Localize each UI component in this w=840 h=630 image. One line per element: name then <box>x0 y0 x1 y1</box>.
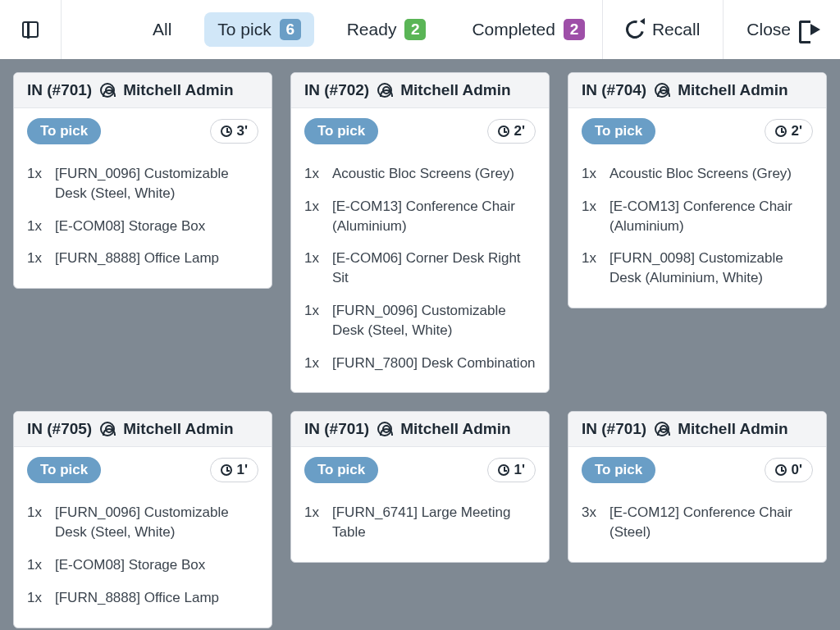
order-card[interactable]: IN (#701)Mitchell AdminTo pick1'1x[FURN_… <box>290 411 550 563</box>
line-text: [FURN_0098] Customizable Desk (Aluminium… <box>609 249 813 288</box>
order-line: 1x[FURN_0096] Customizable Desk (Steel, … <box>27 158 258 210</box>
tab-to-pick[interactable]: To pick6 <box>204 12 313 47</box>
timer-badge: 3' <box>210 119 259 144</box>
card-header: IN (#704)Mitchell Admin <box>568 73 826 108</box>
panel-icon <box>22 21 39 38</box>
tab-label: All <box>153 20 171 39</box>
tab-count-badge: 2 <box>564 19 585 40</box>
user-icon <box>377 422 392 436</box>
tab-ready[interactable]: Ready2 <box>334 12 440 47</box>
order-lines: 3x[E-COM12] Conference Chair (Steel) <box>568 493 826 562</box>
line-qty: 1x <box>304 301 326 340</box>
timer-badge: 1' <box>487 458 536 482</box>
order-card[interactable]: IN (#705)Mitchell AdminTo pick1'1x[FURN_… <box>13 411 272 628</box>
card-status-row: To pick2' <box>291 108 549 154</box>
order-card[interactable]: IN (#701)Mitchell AdminTo pick3'1x[FURN_… <box>13 72 272 289</box>
order-line: 1x[E-COM08] Storage Box <box>27 210 258 243</box>
timer-value: 0' <box>792 462 803 478</box>
user-name: Mitchell Admin <box>123 81 233 99</box>
user-name: Mitchell Admin <box>400 420 510 438</box>
clock-icon <box>498 464 509 476</box>
order-ref: IN (#704) <box>582 81 646 99</box>
timer-value: 1' <box>514 462 526 478</box>
line-text: [FURN_0096] Customizable Desk (Steel, Wh… <box>55 164 258 203</box>
line-qty: 1x <box>304 249 326 288</box>
order-line: 1x[FURN_0098] Customizable Desk (Alumini… <box>582 242 813 294</box>
order-line: 1x[FURN_8888] Office Lamp <box>27 242 258 275</box>
order-line: 1x[E-COM13] Conference Chair (Aluminium) <box>304 190 536 243</box>
line-text: [FURN_0096] Customizable Desk (Steel, Wh… <box>332 301 536 340</box>
clock-icon <box>775 126 787 137</box>
recall-icon <box>626 21 644 39</box>
line-qty: 1x <box>304 164 326 184</box>
user-name: Mitchell Admin <box>400 81 510 99</box>
line-text: [FURN_0096] Customizable Desk (Steel, Wh… <box>55 503 258 542</box>
order-line: 1xAcoustic Bloc Screens (Grey) <box>582 158 813 190</box>
order-line: 1x[FURN_0096] Customizable Desk (Steel, … <box>304 294 536 347</box>
timer-value: 3' <box>237 123 249 139</box>
card-header: IN (#701)Mitchell Admin <box>291 412 549 447</box>
order-ref: IN (#701) <box>582 420 646 438</box>
clock-icon <box>775 464 787 476</box>
line-text: Acoustic Bloc Screens (Grey) <box>609 164 792 184</box>
recall-label: Recall <box>652 20 700 39</box>
line-text: [E-COM12] Conference Chair (Steel) <box>609 503 813 542</box>
line-text: [E-COM13] Conference Chair (Aluminium) <box>332 197 536 236</box>
clock-icon <box>221 464 232 476</box>
line-qty: 1x <box>304 354 326 373</box>
card-status-row: To pick3' <box>14 108 272 154</box>
order-line: 3x[E-COM12] Conference Chair (Steel) <box>582 496 813 549</box>
line-qty: 1x <box>304 197 326 236</box>
status-pill: To pick <box>27 118 101 144</box>
line-qty: 1x <box>27 555 48 575</box>
line-text: [E-COM08] Storage Box <box>55 217 205 236</box>
card-header: IN (#701)Mitchell Admin <box>568 412 826 447</box>
close-button[interactable]: Close <box>723 0 840 59</box>
order-card[interactable]: IN (#704)Mitchell AdminTo pick2'1xAcoust… <box>568 72 827 308</box>
toolbar: AllTo pick6Ready2Completed2 Recall Close <box>0 0 840 59</box>
line-qty: 1x <box>27 249 48 268</box>
user-icon <box>100 83 115 98</box>
order-lines: 1x[FURN_0096] Customizable Desk (Steel, … <box>14 154 272 288</box>
timer-value: 1' <box>237 462 249 478</box>
order-ref: IN (#701) <box>304 420 369 438</box>
order-card[interactable]: IN (#701)Mitchell AdminTo pick0'3x[E-COM… <box>568 411 827 563</box>
tab-label: To pick <box>217 20 271 39</box>
tab-count-badge: 6 <box>280 19 301 40</box>
line-text: [FURN_8888] Office Lamp <box>55 588 219 608</box>
toolbar-right: Recall Close <box>602 0 840 59</box>
line-qty: 1x <box>27 588 48 608</box>
recall-button[interactable]: Recall <box>602 0 723 59</box>
card-status-row: To pick1' <box>14 447 272 493</box>
tab-label: Ready <box>347 20 397 39</box>
timer-badge: 0' <box>765 458 814 482</box>
line-qty: 1x <box>304 503 326 542</box>
card-header: IN (#705)Mitchell Admin <box>14 412 272 447</box>
status-pill: To pick <box>27 457 101 483</box>
tab-count-badge: 2 <box>404 19 426 40</box>
order-lines: 1x[FURN_0096] Customizable Desk (Steel, … <box>14 493 272 627</box>
card-status-row: To pick1' <box>291 447 549 493</box>
line-qty: 1x <box>582 249 603 288</box>
order-line: 1x[FURN_0096] Customizable Desk (Steel, … <box>27 496 258 549</box>
panel-toggle-button[interactable] <box>0 0 62 59</box>
timer-badge: 2' <box>487 119 536 144</box>
order-lines: 1xAcoustic Bloc Screens (Grey)1x[E-COM13… <box>291 154 549 392</box>
order-card[interactable]: IN (#702)Mitchell AdminTo pick2'1xAcoust… <box>290 72 550 393</box>
tab-label: Completed <box>472 20 555 39</box>
user-name: Mitchell Admin <box>678 420 788 438</box>
clock-icon <box>498 126 509 137</box>
card-grid: IN (#701)Mitchell AdminTo pick3'1x[FURN_… <box>0 59 840 630</box>
line-qty: 3x <box>582 503 603 542</box>
timer-value: 2' <box>514 123 526 139</box>
order-ref: IN (#705) <box>27 420 92 438</box>
line-qty: 1x <box>582 164 603 184</box>
line-text: [E-COM06] Corner Desk Right Sit <box>332 249 536 288</box>
card-header: IN (#701)Mitchell Admin <box>14 73 272 108</box>
timer-value: 2' <box>792 123 803 139</box>
line-qty: 1x <box>27 164 48 203</box>
tab-all[interactable]: All <box>139 13 185 46</box>
order-lines: 1x[FURN_6741] Large Meeting Table <box>291 493 549 562</box>
tab-completed[interactable]: Completed2 <box>459 12 598 47</box>
card-status-row: To pick0' <box>568 447 826 493</box>
